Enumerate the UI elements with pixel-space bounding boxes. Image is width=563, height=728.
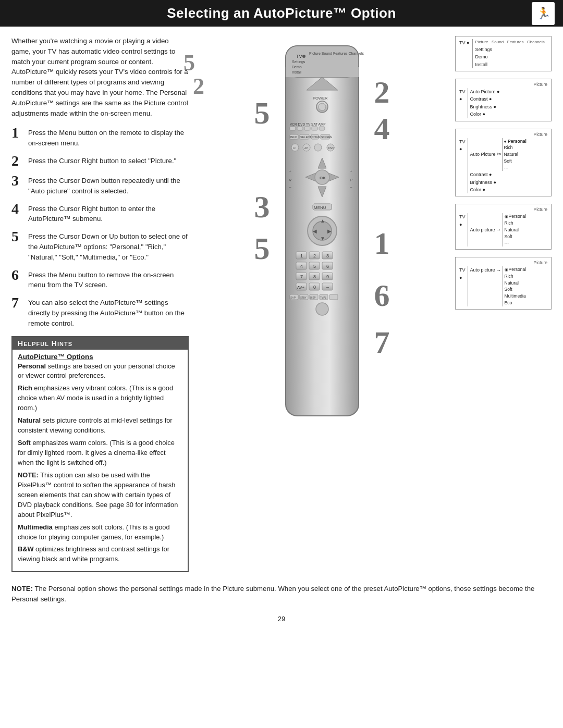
svg-text:Picture  Sound  Features  Chan: Picture Sound Features Channels: [309, 52, 364, 55]
svg-text:VCR DVD TV SAT AMP: VCR DVD TV SAT AMP: [290, 122, 326, 126]
step-number-2: 2: [11, 154, 24, 168]
hints-subtitle: AutoPicture™ Options: [13, 350, 188, 362]
svg-point-31: [314, 144, 322, 151]
diag3-color: Color ●: [470, 186, 527, 193]
bottom-note: NOTE: The Personal option shows the pers…: [0, 577, 563, 613]
step-number-7: 7: [11, 295, 24, 310]
svg-rect-16: [304, 127, 310, 130]
diag5-tv: TV●: [459, 266, 466, 281]
diag4-natural: Natural: [505, 227, 527, 233]
bottom-note-text: NOTE: The Personal option shows the pers…: [11, 584, 552, 604]
svg-rect-15: [297, 127, 303, 130]
svg-rect-14: [290, 127, 296, 130]
diag3-autopicture-label: Auto Picture: [470, 151, 496, 158]
diag5-soft: Soft: [505, 286, 527, 293]
step-overlay-5-top: 5: [183, 52, 195, 75]
diagram-4: Picture TV● Auto picture → ◉ Personal Ri…: [455, 204, 552, 250]
step-6: 6 Press the Menu button to remove the on…: [11, 268, 189, 291]
diag1-install: Install: [475, 61, 544, 68]
hint-note-pixelplus: NOTE: This option can also be used with …: [18, 471, 182, 520]
step-number-4: 4: [11, 202, 24, 216]
svg-text:▼: ▼: [320, 236, 325, 241]
diag3-personal: ● Personal: [504, 138, 527, 145]
diag1-menubar: Picture Sound Features Channels: [475, 39, 544, 46]
svg-rect-86: [329, 294, 338, 300]
left-column: Whether you're watching a movie or playi…: [11, 36, 189, 572]
svg-text:P: P: [350, 178, 352, 182]
step-number-3: 3: [11, 174, 24, 188]
diag3-scissor-icon: ✂: [497, 150, 501, 158]
diag3-contrast: Contrast ●: [470, 171, 527, 178]
svg-text:▶: ▶: [327, 228, 332, 234]
diag3-title: Picture: [459, 132, 547, 137]
diag4-autopicture-label: Auto picture: [470, 226, 495, 233]
diag3-dash: ---: [504, 165, 527, 171]
diag4-soft: Soft: [505, 233, 527, 240]
svg-text:3: 3: [326, 253, 329, 258]
step-text-4: Press the Cursor Right button to enter t…: [28, 202, 189, 225]
diag5-natural: Natural: [505, 280, 527, 287]
svg-text:9: 9: [326, 274, 329, 279]
remote-illustration: 5 2 4 3 5 1 6 7: [270, 43, 374, 420]
svg-text:OK: OK: [320, 176, 326, 180]
step-5: 5 Press the Cursor Down or Up button to …: [11, 229, 189, 262]
svg-point-12: [319, 103, 326, 110]
diag1-tv: TV ●: [459, 39, 469, 46]
main-content: Whether you're watching a movie or playi…: [0, 27, 563, 577]
svg-point-4: [302, 55, 305, 58]
step-overlay-3-left: 3: [254, 189, 270, 225]
step-2: 2 Press the Cursor Right button to selec…: [11, 154, 189, 168]
hint-soft: Soft emphasizes warm colors. (This is a …: [18, 438, 182, 468]
page-number: 29: [0, 613, 563, 627]
diag3-brightness: Brightness ●: [470, 179, 527, 186]
page-title: Selecting an AutoPicture™ Option: [167, 5, 396, 21]
hints-title: HELPFUL HINTS: [13, 337, 188, 350]
step-text-6: Press the Menu button to remove the on-s…: [28, 268, 189, 291]
svg-text:CHAN: CHAN: [312, 135, 320, 139]
svg-text:–: –: [326, 285, 329, 290]
step-overlay-4-right: 4: [374, 111, 390, 147]
svg-text:Install: Install: [292, 70, 302, 74]
step-number-1: 1: [11, 126, 24, 140]
svg-text:DVR: DVR: [328, 146, 335, 150]
svg-text:AV: AV: [304, 146, 308, 150]
step-7: 7 You can also select the AutoPicture™ s…: [11, 295, 189, 328]
svg-text:1: 1: [300, 253, 303, 258]
step-overlay-5-left: 5: [254, 95, 270, 131]
header-icon: 🏃: [532, 2, 555, 25]
hint-rich: Rich emphasizes very vibrant colors. (Th…: [18, 384, 182, 413]
hints-content: Personal settings are based on your pers…: [13, 362, 188, 572]
diag1-settings: Settings: [475, 46, 544, 53]
svg-text:–: –: [350, 184, 352, 189]
diag5-circle-sel: ◉: [505, 267, 508, 273]
diag5-eco: Eco: [505, 300, 527, 306]
diag5-arrow-icon: →: [496, 266, 501, 275]
svg-text:Settings: Settings: [292, 60, 305, 64]
diag5-rich: Rich: [505, 273, 527, 280]
hint-personal: Personal settings are based on your pers…: [18, 362, 182, 381]
step-4: 4 Press the Cursor Right button to enter…: [11, 202, 189, 225]
diag2-color: Color ●: [470, 110, 500, 118]
diagram-3: Picture TV● Auto Picture ✂ ● Personal Ri…: [455, 129, 552, 197]
page-header: Selecting an AutoPicture™ Option 🏃: [0, 0, 563, 27]
svg-text:TMPL: TMPL: [320, 297, 326, 299]
step-overlay-2-right: 2: [374, 75, 390, 110]
diagram-1: TV ● Picture Sound Features Channels Set…: [455, 36, 552, 71]
svg-text:MENU: MENU: [314, 205, 326, 210]
diag5-multimedia: Multimedia: [505, 293, 527, 300]
svg-text:STBY: STBY: [300, 297, 307, 299]
svg-text:INFO: INFO: [290, 135, 298, 139]
diag2-tv: TV●: [459, 88, 466, 103]
svg-text:4: 4: [300, 264, 303, 269]
step-text-7: You can also select the AutoPicture™ set…: [28, 295, 189, 328]
diagram-2: Picture TV● Auto Picture ● Contrast ● Br…: [455, 79, 552, 121]
svg-text:6: 6: [326, 264, 329, 269]
diag5-autopicture-label: Auto picture: [470, 266, 495, 274]
helpful-hints-box: HELPFUL HINTS AutoPicture™ Options Perso…: [11, 336, 189, 573]
remote-svg: TV Picture Sound Features Channels Setti…: [270, 43, 374, 418]
diag2-autopicture: Auto Picture ●: [470, 88, 500, 95]
svg-text:Demo: Demo: [292, 65, 302, 69]
diag5-title: Picture: [459, 260, 547, 265]
diag5-personal: Personal: [509, 266, 527, 273]
intro-text: Whether you're watching a movie or playi…: [11, 36, 189, 118]
